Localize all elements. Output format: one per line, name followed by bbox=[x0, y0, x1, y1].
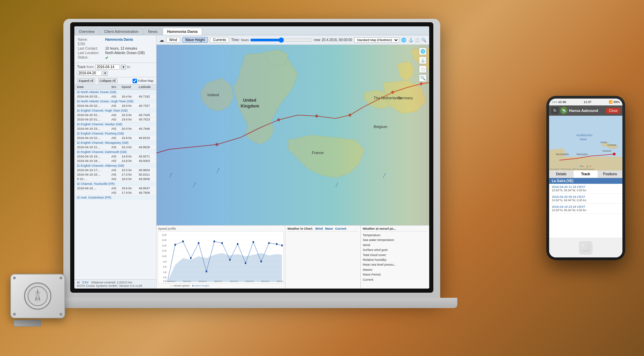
group-north-atlantic[interactable]: ⊟ North Atlantic Ocean (GB) bbox=[74, 90, 156, 94]
svg-point-72 bbox=[182, 240, 184, 242]
wifi-icon: 📶 bbox=[609, 100, 612, 104]
gps-logo bbox=[24, 282, 51, 310]
currents-btn[interactable]: Currents bbox=[210, 37, 229, 43]
from-calendar-btn[interactable]: ▼ bbox=[121, 65, 126, 69]
entry-time-2: 2016-04-20 05:18 CEST bbox=[552, 195, 620, 199]
phone-tab-details[interactable]: Details bbox=[549, 170, 573, 178]
map-container[interactable]: United Kingdom Ireland The Netherlands B… bbox=[157, 45, 429, 225]
zoom-in-icon[interactable]: 🌐 bbox=[401, 38, 406, 42]
table-row[interactable]: 2016-04-20 03:...AIS18.4 kn49.7192-7.317… bbox=[74, 94, 156, 99]
phone-close-btn[interactable]: Close bbox=[606, 108, 620, 114]
table-row[interactable]: 9 15:...AIS18.6 kn49.9506-1.9172 bbox=[74, 177, 156, 181]
tab-hammonia-dania[interactable]: Hammonia Dania bbox=[163, 28, 202, 35]
zoom-out-btn[interactable]: 🔍 bbox=[419, 74, 426, 82]
phone-tab-track[interactable]: Track bbox=[573, 170, 598, 178]
phone-home-btn[interactable]: ⬜ bbox=[579, 241, 593, 255]
svg-text:12.00: 12.00 bbox=[162, 250, 167, 252]
zoom-icon[interactable]: ⬚ bbox=[416, 38, 419, 42]
group-flushing[interactable]: ⊟ English Channel, Flushing (GB) bbox=[74, 131, 156, 136]
layers-btn[interactable]: ⬚ bbox=[419, 65, 426, 73]
svg-text:Germany: Germany bbox=[397, 96, 413, 100]
list-item[interactable]: 2016-04-20 11:18 CEST 10.60°N, 66.94°W, … bbox=[549, 184, 622, 194]
zoom-in-btn[interactable]: 🌐 bbox=[419, 48, 426, 55]
anchor-map-btn[interactable]: ⚓ bbox=[419, 56, 426, 64]
group-english-channel-hugh[interactable]: ⊟ English Channel, Hugh Town (GB) bbox=[74, 108, 156, 113]
esn-value bbox=[104, 42, 153, 46]
screw-br bbox=[60, 313, 62, 316]
last-contact-label: Last Contact: bbox=[77, 46, 104, 51]
list-item[interactable]: 2016-04-20 05:18 CEST 10.60°N, 66.94°W, … bbox=[549, 194, 622, 204]
table-row[interactable]: 2016-04-19 18:...AIS14.8 kn49.9303-3.410… bbox=[74, 159, 156, 163]
table-row[interactable]: 2016-04-19 22:...AIS16.8 kn49.8319-4.917… bbox=[74, 136, 156, 140]
table-row[interactable]: 2016-04-19 21:...AIS16.3 kn49.8628-4.528… bbox=[74, 145, 156, 150]
esn-label: ESN: bbox=[77, 42, 104, 46]
wind-btn[interactable]: Wind bbox=[166, 37, 180, 43]
group-alderney[interactable]: ⊟ English Channel, Alderney (GB) bbox=[74, 163, 156, 168]
svg-text:Kingdom: Kingdom bbox=[240, 104, 259, 109]
humidity-label: Relative humidity: bbox=[363, 257, 427, 262]
group-ouistreham[interactable]: ⊟ nnel, Ouistreham (FR) bbox=[74, 195, 156, 200]
phone-tab-positions[interactable]: Positions bbox=[598, 170, 622, 178]
map-type-select[interactable]: Standard Map (FleetMon) bbox=[354, 37, 399, 43]
sea-temp-label: Sea water temperature bbox=[363, 238, 427, 242]
anchor-icon[interactable]: ⚓ bbox=[408, 38, 413, 42]
svg-text:Karibisches: Karibisches bbox=[577, 134, 593, 137]
svg-point-82 bbox=[260, 260, 262, 263]
vessel-info: Name: Hammonia Dania ESN: Last Contact: … bbox=[74, 35, 156, 63]
svg-point-79 bbox=[237, 243, 239, 245]
entry-time-3: 2016-04-19 23:18 CEST bbox=[552, 205, 620, 208]
carrier-label: ○○○ o2-de bbox=[552, 100, 566, 104]
svg-point-74 bbox=[198, 242, 200, 244]
tab-news[interactable]: News bbox=[144, 28, 162, 35]
table-row[interactable]: AIS17.9 kn49.7509-0.9751 bbox=[74, 191, 156, 195]
follow-map-checkbox[interactable] bbox=[133, 79, 137, 83]
magnify-icon[interactable]: 🔍 bbox=[421, 38, 426, 42]
to-calendar-btn[interactable]: ▼ bbox=[103, 71, 108, 76]
to-date-input[interactable] bbox=[77, 71, 102, 76]
table-row[interactable]: 2016-04-19 17:...AIS15.5 kn49.9604-2.913… bbox=[74, 168, 156, 173]
time-range-slider[interactable] bbox=[250, 37, 312, 43]
follow-map-check[interactable]: Follow Map bbox=[133, 78, 153, 83]
tab-client-admin[interactable]: Client Administration bbox=[100, 28, 143, 35]
group-tourlaville[interactable]: ⊟ Channel, Tourlaville (FR) bbox=[74, 181, 156, 186]
svg-point-84 bbox=[276, 243, 278, 245]
table-row[interactable]: 2016-04-20 01:...AIS19.6 kn49.7523-6.099… bbox=[74, 117, 156, 122]
phone-refresh-btn[interactable]: ↻ bbox=[551, 107, 559, 114]
name-label: Name: bbox=[77, 37, 104, 42]
expand-all-btn[interactable]: Expand All bbox=[77, 78, 95, 83]
last-contact-value: 10 hours, 13 minutes bbox=[104, 46, 153, 51]
csv-btn[interactable]: CSV bbox=[82, 281, 89, 284]
pos-table-body[interactable]: ⊟ North Atlantic Ocean (GB) 2016-04-20 0… bbox=[74, 90, 156, 279]
group-dartmouth[interactable]: ⊟ English Channel, Dartmouth (GB) bbox=[74, 150, 156, 154]
table-row[interactable]: 2016-04-20 02:...AIS18.9 kn49.7327-6.692… bbox=[74, 104, 156, 108]
laptop-shell: Overview Client Administration News Hamm… bbox=[63, 19, 440, 300]
gps-device bbox=[10, 274, 79, 329]
table-row[interactable]: 2016-04-19 16:...AIS17.0 kn50.0311-2.416… bbox=[74, 173, 156, 177]
svg-text:2.00: 2.00 bbox=[163, 276, 167, 279]
collapse-all-btn[interactable]: Collapse All bbox=[98, 78, 117, 83]
svg-text:Meer: Meer bbox=[580, 138, 587, 141]
phone-entries-list[interactable]: 2016-04-20 11:18 CEST 10.60°N, 66.94°W, … bbox=[549, 184, 622, 238]
wave-height-btn[interactable]: Wave Height bbox=[182, 37, 208, 43]
bottom-area: Speed profile bbox=[157, 225, 429, 289]
svg-rect-17 bbox=[157, 45, 429, 225]
table-row[interactable]: 2016-04-20 01:...AIS19.3 kn49.7429-6.282… bbox=[74, 113, 156, 117]
group-hugh-town-1[interactable]: ⊟ North Atlantic Ocean, Hugh Town (GB) bbox=[74, 99, 156, 104]
current-label: Current: bbox=[363, 277, 427, 282]
status-icon: ✔ bbox=[104, 55, 153, 61]
phone-map[interactable]: Barranquilla Maracaibo Caracas Aruba Cur… bbox=[549, 116, 622, 170]
table-row[interactable]: 2016-04-19 ...AIS19.6 kn49.8547-1.4683 bbox=[74, 186, 156, 191]
svg-point-76 bbox=[213, 240, 215, 242]
phone-time: 11:37 bbox=[584, 100, 592, 104]
svg-text:6.00: 6.00 bbox=[163, 265, 167, 268]
group-mevagissey[interactable]: ⊟ English Channel, Mevagissey (GB) bbox=[74, 140, 156, 145]
time-label: Time: bbox=[231, 38, 240, 42]
phone-vessel-name: Hansa Aalesund bbox=[569, 109, 605, 113]
table-row[interactable]: 2016-04-19 19:...AIS14.8 kn49.9271-3.538… bbox=[74, 154, 156, 159]
from-date-input[interactable] bbox=[95, 64, 120, 69]
group-newlyn[interactable]: ⊟ English Channel, Newlyn (GB) bbox=[74, 122, 156, 127]
list-item[interactable]: 2016-04-19 23:18 CEST 10.60°N, 66.94°W, … bbox=[549, 204, 622, 214]
entry-coords-1: 10.60°N, 66.94°W, 0.00 kn bbox=[552, 189, 620, 192]
table-row[interactable]: 2016-04-19 23:...AIS20.0 kn49.7946-5.475… bbox=[74, 127, 156, 131]
tab-overview[interactable]: Overview bbox=[74, 28, 99, 35]
